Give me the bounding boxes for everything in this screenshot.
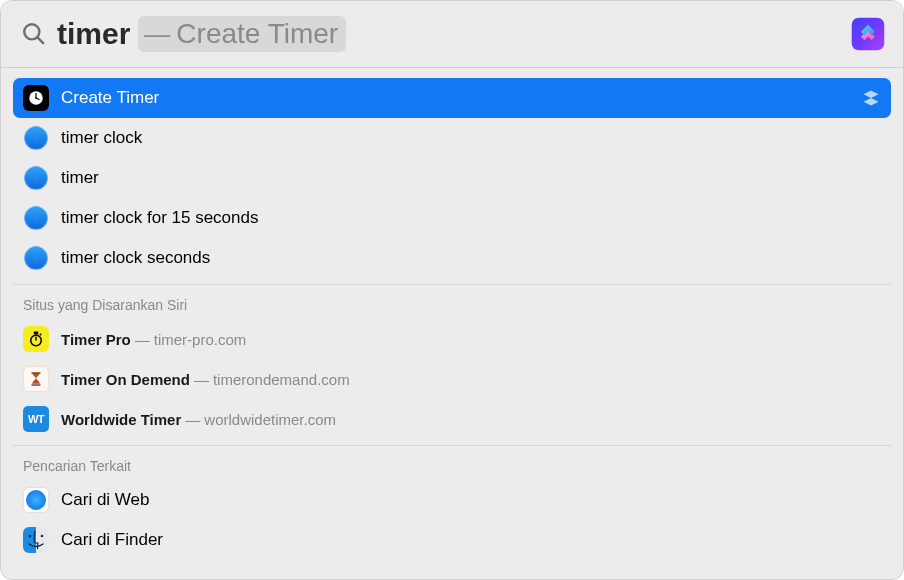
siri-site-domain: worldwidetimer.com — [204, 411, 336, 428]
safari-icon — [23, 125, 49, 151]
search-suggestion-chip: — Create Timer — [138, 16, 346, 52]
stopwatch-icon — [23, 326, 49, 352]
shortcuts-app-icon — [851, 17, 885, 51]
dash: — — [185, 411, 200, 428]
svg-rect-11 — [31, 372, 40, 373]
history-timer-clock-15s[interactable]: timer clock for 15 seconds — [13, 198, 891, 238]
siri-site-worldwide-timer[interactable]: WT Worldwide Timer — worldwidetimer.com — [13, 399, 891, 439]
svg-point-6 — [35, 97, 37, 99]
safari-app-icon — [23, 487, 49, 513]
spotlight-window: timer — Create Timer — [0, 0, 904, 580]
search-suggestion-text: Create Timer — [176, 18, 338, 50]
search-query-text[interactable]: timer — [57, 17, 130, 51]
history-timer-clock[interactable]: timer clock — [13, 118, 891, 158]
section-title-related: Pencarian Terkait — [13, 450, 891, 480]
wt-icon: WT — [23, 406, 49, 432]
top-hit-create-timer[interactable]: Create Timer — [13, 78, 891, 118]
hourglass-icon — [23, 366, 49, 392]
svg-rect-12 — [31, 384, 40, 385]
search-bar[interactable]: timer — Create Timer — [1, 1, 903, 67]
section-divider — [13, 445, 891, 446]
results-panel: Create Timer timer clock timer timer clo… — [1, 68, 903, 572]
dash: — — [135, 331, 150, 348]
related-item-label: Cari di Finder — [61, 530, 163, 550]
history-item-label: timer clock for 15 seconds — [61, 208, 258, 228]
siri-site-domain: timerondemand.com — [213, 371, 350, 388]
related-search-web[interactable]: Cari di Web — [13, 480, 891, 520]
dash: — — [194, 371, 209, 388]
layers-icon — [861, 88, 881, 108]
history-item-label: timer clock — [61, 128, 142, 148]
svg-point-16 — [41, 535, 44, 538]
history-timer-clock-seconds[interactable]: timer clock seconds — [13, 238, 891, 278]
section-divider — [13, 284, 891, 285]
svg-line-1 — [37, 37, 43, 43]
safari-icon — [23, 165, 49, 191]
siri-site-name: Timer Pro — [61, 331, 131, 348]
related-search-finder[interactable]: Cari di Finder — [13, 520, 891, 560]
safari-icon — [23, 245, 49, 271]
search-suggestion-dash: — — [144, 19, 170, 50]
siri-site-domain: timer-pro.com — [154, 331, 247, 348]
history-timer[interactable]: timer — [13, 158, 891, 198]
finder-icon — [23, 527, 49, 553]
svg-rect-9 — [35, 332, 38, 334]
siri-site-timer-pro[interactable]: Timer Pro — timer-pro.com — [13, 319, 891, 359]
history-item-label: timer — [61, 168, 99, 188]
svg-line-10 — [40, 334, 42, 336]
safari-icon — [23, 205, 49, 231]
related-item-label: Cari di Web — [61, 490, 150, 510]
search-icon — [21, 21, 47, 47]
top-hit-label: Create Timer — [61, 88, 159, 108]
siri-site-name: Timer On Demend — [61, 371, 190, 388]
history-item-label: timer clock seconds — [61, 248, 210, 268]
siri-site-timer-on-demand[interactable]: Timer On Demend — timerondemand.com — [13, 359, 891, 399]
siri-site-name: Worldwide Timer — [61, 411, 181, 428]
svg-point-15 — [29, 535, 32, 538]
section-title-siri-sites: Situs yang Disarankan Siri — [13, 289, 891, 319]
clock-icon — [23, 85, 49, 111]
